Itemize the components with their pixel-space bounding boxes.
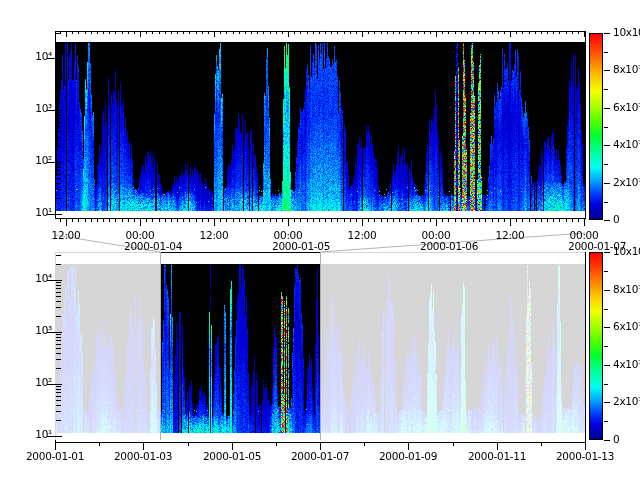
y-tick-label: 10¹ [24,206,52,218]
x-minor-tick-top [541,31,542,34]
colorbar-minor-tick [604,202,608,203]
x-minor-tick [239,218,240,222]
x-minor-tick [146,218,147,222]
x-minor-tick [319,218,320,222]
x-minor-tick-top [319,31,320,34]
x-minor-tick [294,218,295,222]
x-minor-tick-top [498,31,499,34]
x-minor-tick [442,218,443,222]
y-minor-tick [56,337,61,338]
x-minor-tick-top [553,31,554,34]
x-tick-date-label: 2000-01-05 [272,240,330,252]
x-minor-tick-top [350,31,351,34]
x-major-tick-top [436,31,437,37]
x-minor-tick-top [233,31,234,34]
x-minor-tick-top [411,31,412,34]
x-minor-tick-top [331,31,332,34]
top-plot-frame [55,31,586,219]
x-minor-tick [282,218,283,222]
y-major-tick [47,110,62,111]
x-minor-tick [535,218,536,222]
x-minor-tick-top [196,31,197,34]
x-major-tick-top [214,31,215,37]
x-minor-tick [165,218,166,222]
x-minor-tick [134,218,135,222]
y-minor-tick [56,307,61,308]
y-minor-tick [56,344,61,345]
x-minor-tick-top [177,31,178,34]
x-minor-tick [374,218,375,222]
x-minor-tick-top [91,31,92,34]
x-minor-tick [364,442,365,446]
colorbar-tick-label: 2x10⁷ [613,395,640,407]
colorbar-tick [604,183,610,184]
x-minor-tick-top [448,31,449,34]
x-minor-tick-top [368,31,369,34]
x-minor-tick-top [165,31,166,34]
x-minor-tick [276,442,277,446]
x-minor-tick [461,218,462,222]
x-minor-tick [405,218,406,222]
x-minor-tick [566,218,567,222]
colorbar-minor-tick [604,309,608,310]
x-minor-tick [60,218,61,222]
x-minor-tick [245,218,246,222]
x-major-tick [66,218,67,226]
y-minor-tick [56,164,61,165]
y-minor-tick [56,146,61,147]
x-minor-tick [189,218,190,222]
x-minor-tick [498,218,499,222]
y-minor-tick [56,94,61,95]
x-minor-tick-top [337,31,338,34]
x-minor-tick [152,218,153,222]
x-minor-tick [313,218,314,222]
x-minor-tick-top [257,31,258,34]
x-minor-tick-top [282,31,283,34]
x-minor-tick-top [202,31,203,34]
y-minor-tick [56,392,61,393]
x-minor-tick [578,218,579,222]
x-minor-tick [344,218,345,222]
y-minor-tick [56,334,61,335]
x-minor-tick [196,218,197,222]
y-minor-tick [56,122,61,123]
y-major-tick [47,214,62,215]
x-minor-tick-top [159,31,160,34]
x-minor-tick [220,218,221,222]
x-major-tick-top [66,31,67,37]
x-minor-tick [430,218,431,222]
colorbar-tick-label: 10x10⁷ [613,245,640,257]
y-minor-tick [56,118,61,119]
x-minor-tick-top [492,31,493,34]
x-minor-tick [541,442,542,446]
x-minor-tick-top [566,31,567,34]
x-tick-date-label: 2000-01-07 [291,450,349,462]
colorbar-minor-tick [604,421,608,422]
x-minor-tick [251,218,252,222]
y-minor-tick [56,301,61,302]
x-major-tick [214,218,215,226]
y-minor-tick [56,340,61,341]
x-minor-tick-top [183,31,184,34]
x-minor-tick-top [245,31,246,34]
y-minor-tick [56,198,61,199]
x-minor-tick [479,218,480,222]
x-minor-tick-top [109,31,110,34]
x-tick-date-label: 2000-01-04 [124,240,182,252]
x-tick-time-label: 12:00 [348,229,377,241]
colorbar-tick [604,440,610,441]
y-minor-tick [56,255,61,256]
x-minor-tick [159,218,160,222]
x-minor-tick-top [325,31,326,34]
x-minor-tick-top [442,31,443,34]
x-minor-tick-top [572,31,573,34]
x-minor-tick-top [146,31,147,34]
x-minor-tick [455,218,456,222]
x-minor-tick-top [263,31,264,34]
x-minor-tick-top [424,31,425,34]
x-minor-tick [572,218,573,222]
x-minor-tick-top [276,31,277,34]
y-minor-tick [56,405,61,406]
x-minor-tick-top [504,31,505,34]
y-minor-tick [56,167,61,168]
